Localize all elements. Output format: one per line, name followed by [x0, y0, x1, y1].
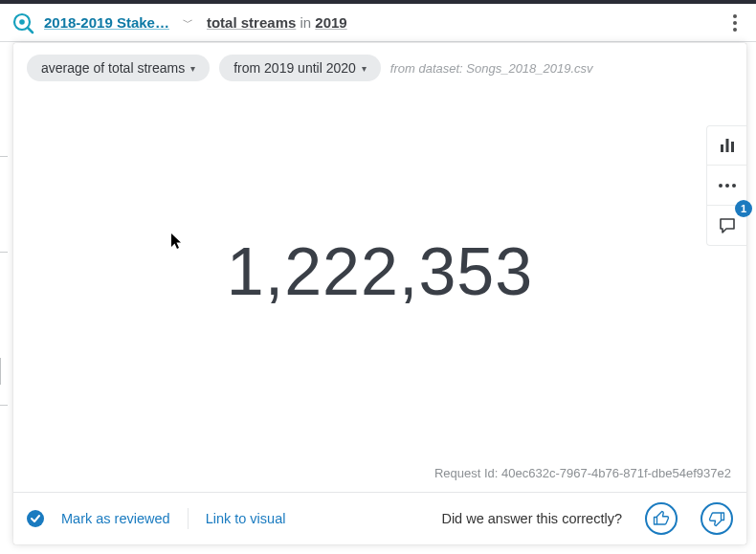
check-circle-icon	[27, 510, 44, 527]
answer-card: average of total streams▾ from 2019 unti…	[13, 43, 746, 544]
q-logo-icon	[11, 11, 34, 34]
feedback-question: Did we answer this correctly?	[441, 511, 622, 526]
caret-down-icon: ▾	[190, 63, 195, 74]
card-footer: Mark as reviewed Link to visual Did we a…	[13, 492, 746, 544]
thumbs-down-button[interactable]	[700, 502, 733, 535]
thumbs-up-button[interactable]	[645, 502, 678, 535]
thumbs-down-icon	[708, 510, 725, 527]
caret-down-icon: ▾	[362, 63, 367, 74]
thumbs-up-icon	[653, 510, 670, 527]
more-menu-button[interactable]	[723, 11, 746, 34]
date-range-pill[interactable]: from 2019 until 2020▾	[219, 55, 381, 81]
left-edge-stubs	[0, 42, 10, 554]
kpi-area: 1,222,353	[13, 87, 746, 466]
mark-reviewed-link[interactable]: Mark as reviewed	[61, 511, 170, 526]
cursor-icon	[170, 233, 184, 255]
analysis-title-link[interactable]: 2018-2019 Stake…	[44, 14, 169, 31]
request-id: Request Id: 40ec632c-7967-4b76-871f-dbe5…	[13, 466, 746, 492]
top-bar: 2018-2019 Stake… ﹀ total streams in 2019	[0, 0, 756, 42]
svg-line-2	[28, 28, 33, 33]
query-year[interactable]: 2019	[315, 14, 346, 31]
link-to-visual-link[interactable]: Link to visual	[206, 511, 286, 526]
divider	[188, 508, 189, 529]
query-text: total streams in 2019	[207, 14, 347, 31]
dataset-note: from dataset: Songs_2018_2019.csv	[390, 61, 593, 76]
query-metric[interactable]: total streams	[207, 14, 296, 31]
svg-point-1	[19, 19, 25, 25]
measure-pill[interactable]: average of total streams▾	[27, 55, 210, 81]
title-caret-icon[interactable]: ﹀	[179, 15, 197, 30]
kpi-value: 1,222,353	[227, 233, 533, 310]
filter-row: average of total streams▾ from 2019 unti…	[13, 43, 746, 87]
